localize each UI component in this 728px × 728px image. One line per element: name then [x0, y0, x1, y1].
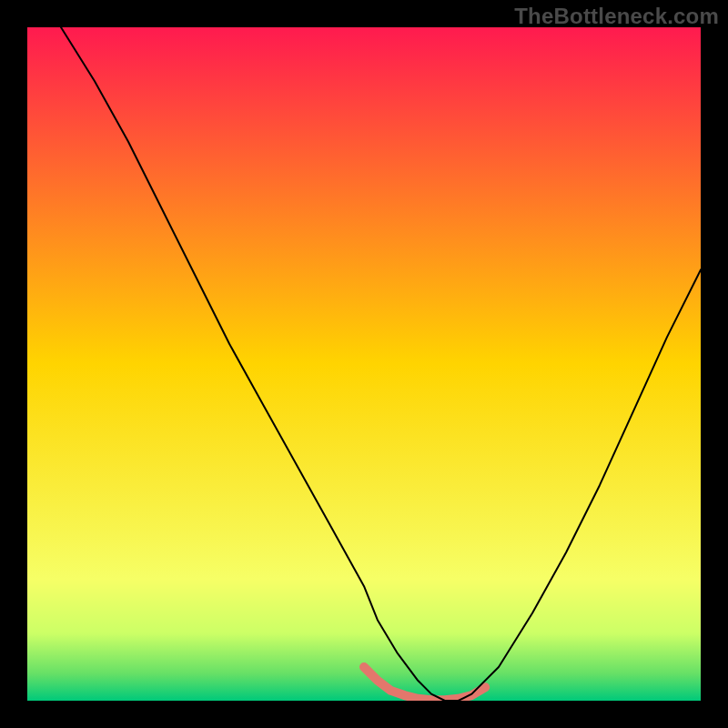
plot-area [27, 27, 701, 701]
gradient-rect [27, 27, 701, 701]
plot-svg [27, 27, 701, 701]
chart-frame: TheBottleneck.com [0, 0, 728, 728]
watermark-text: TheBottleneck.com [514, 4, 719, 29]
